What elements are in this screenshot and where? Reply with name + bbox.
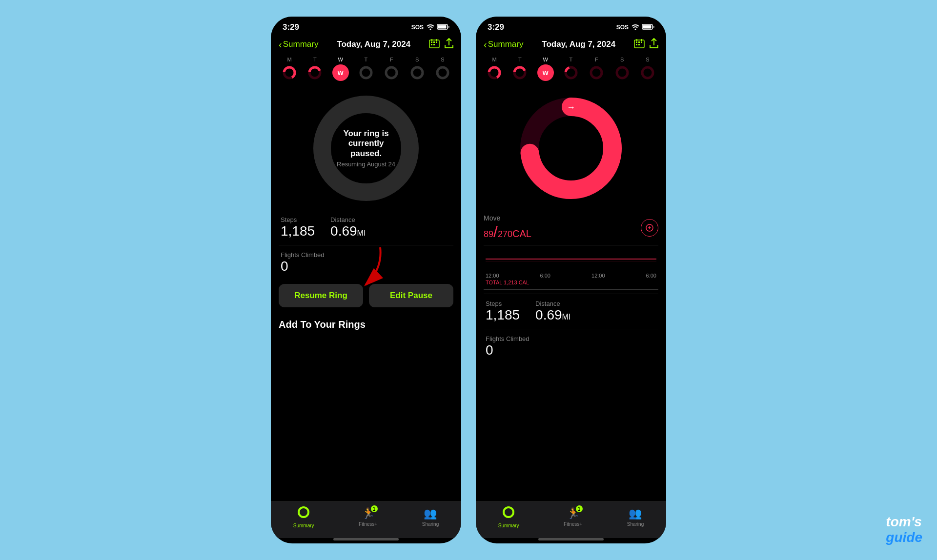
- header-icons-left: [429, 38, 453, 51]
- wifi-icon-right: [631, 24, 639, 31]
- svg-rect-8: [431, 44, 432, 45]
- day-item-t1-left: T: [306, 57, 323, 81]
- share-icon-right[interactable]: [650, 38, 658, 51]
- svg-rect-9: [433, 44, 435, 45]
- tab-sharing-icon-right: 👥: [629, 507, 642, 520]
- flights-label-left: Flights Climbed: [281, 251, 451, 259]
- move-stats-right: Move 89/270CAL: [484, 210, 658, 241]
- stats-section-right: Steps 1,185 Distance 0.69MI: [484, 294, 658, 325]
- status-bar-right: 3:29 SOS: [476, 17, 666, 36]
- day-item-s1-right: S: [614, 57, 631, 81]
- svg-point-0: [430, 28, 431, 30]
- distance-stat-right: Distance 0.69MI: [535, 300, 570, 323]
- svg-point-41: [591, 67, 602, 78]
- tab-sharing-right[interactable]: 👥 Sharing: [627, 507, 644, 527]
- active-ring-container: →: [517, 95, 625, 202]
- move-edit-button[interactable]: [641, 219, 658, 237]
- steps-value-left: 1,185: [281, 223, 315, 239]
- steps-stat-right: Steps 1,185: [486, 300, 520, 323]
- svg-point-43: [642, 67, 653, 78]
- tab-sharing-left[interactable]: 👥 Sharing: [422, 507, 439, 527]
- back-chevron-left: ‹: [279, 39, 282, 50]
- tab-bar-right: Summary 🏃 1 Fitness+ 👥 Sharing: [476, 501, 666, 538]
- header-right: ‹ Summary Today, Aug 7, 2024: [476, 36, 666, 55]
- svg-rect-6: [433, 41, 435, 43]
- day-item-s2-left: S: [434, 57, 451, 81]
- stats-section-left: Steps 1,185 Distance 0.69MI: [279, 210, 453, 241]
- tab-fitness-label-right: Fitness+: [564, 521, 582, 527]
- svg-point-19: [437, 67, 448, 78]
- tab-summary-icon-left: [297, 506, 310, 521]
- svg-rect-28: [636, 41, 637, 43]
- ring-arrow-indicator: →: [563, 100, 579, 115]
- paused-sub-text: Resuming August 24: [332, 160, 400, 168]
- svg-rect-7: [436, 41, 437, 43]
- sos-left: SOS: [411, 24, 424, 31]
- action-buttons-left: Resume Ring Edit Pause: [279, 284, 453, 307]
- calendar-icon-left[interactable]: [429, 39, 440, 50]
- flights-section-right: Flights Climbed 0: [484, 329, 658, 366]
- header-icons-right: [634, 38, 658, 51]
- tab-summary-icon-right: [502, 506, 515, 521]
- tab-sharing-icon-left: 👥: [424, 507, 437, 520]
- flights-section-left: Flights Climbed 0: [279, 245, 453, 282]
- svg-rect-31: [636, 44, 637, 45]
- day-item-m-right: M: [486, 57, 503, 81]
- move-label-right: Move: [484, 214, 531, 222]
- distance-stat-left: Distance 0.69MI: [330, 216, 366, 239]
- time-left: 3:29: [283, 22, 299, 32]
- svg-point-18: [412, 67, 423, 78]
- calendar-icon-right[interactable]: [634, 39, 645, 50]
- back-label-right: Summary: [488, 40, 524, 49]
- paused-ring: Your ring is currently paused. Resuming …: [312, 95, 420, 202]
- share-icon-left[interactable]: [445, 38, 453, 51]
- header-left: ‹ Summary Today, Aug 7, 2024: [271, 36, 461, 55]
- flights-value-left: 0: [281, 259, 451, 274]
- day-item-s2-right: S: [639, 57, 656, 81]
- day-item-s1-left: S: [409, 57, 426, 81]
- edit-pause-button[interactable]: Edit Pause: [369, 284, 453, 307]
- sos-right: SOS: [616, 24, 629, 31]
- day-item-t2-left: T: [358, 57, 374, 81]
- tab-summary-left[interactable]: Summary: [293, 506, 314, 528]
- svg-point-17: [386, 67, 397, 78]
- tab-fitness-right[interactable]: 🏃 1 Fitness+: [564, 507, 582, 527]
- day-item-t1-right: T: [511, 57, 528, 81]
- move-row-right: Move 89/270CAL: [484, 214, 658, 241]
- steps-stat-left: Steps 1,185: [281, 216, 315, 239]
- status-icons-left: SOS: [411, 24, 449, 31]
- screenshots-container: 3:29 SOS: [271, 17, 666, 543]
- back-button-right[interactable]: ‹ Summary: [484, 39, 523, 50]
- svg-rect-2: [438, 25, 447, 28]
- tab-summary-right[interactable]: Summary: [498, 506, 519, 528]
- svg-point-22: [299, 507, 308, 517]
- battery-icon-right: [642, 24, 654, 31]
- paused-main-text: Your ring is currently paused.: [332, 129, 400, 159]
- steps-label-right: Steps: [486, 300, 520, 307]
- back-chevron-right: ‹: [484, 39, 487, 50]
- back-button-left[interactable]: ‹ Summary: [279, 39, 318, 50]
- distance-label-left: Distance: [330, 216, 366, 223]
- chart-total-right: TOTAL 1,213 CAL: [486, 280, 656, 285]
- svg-point-23: [635, 28, 636, 30]
- tab-fitness-left[interactable]: 🏃 1 Fitness+: [359, 507, 377, 527]
- active-day-badge-left: W: [332, 64, 349, 81]
- day-item-f-left: F: [383, 57, 400, 81]
- main-content-left: Your ring is currently paused. Resuming …: [271, 85, 461, 501]
- day-item-w-left[interactable]: W W: [332, 57, 349, 81]
- active-day-badge-right: W: [537, 64, 554, 81]
- svg-rect-32: [638, 44, 640, 45]
- steps-label-left: Steps: [281, 216, 315, 223]
- tab-bar-left: Summary 🏃 1 Fitness+ 👥 Sharing: [271, 501, 461, 538]
- svg-rect-29: [638, 41, 640, 43]
- tab-sharing-label-right: Sharing: [627, 521, 644, 527]
- header-date-right: Today, Aug 7, 2024: [542, 40, 615, 49]
- buttons-container-left: Resume Ring Edit Pause: [279, 284, 453, 307]
- tab-summary-label-right: Summary: [498, 523, 519, 528]
- flights-label-right: Flights Climbed: [486, 335, 656, 342]
- week-bar-right: M T W: [476, 55, 666, 85]
- ring-visual-right: →: [484, 85, 658, 210]
- resume-ring-button[interactable]: Resume Ring: [279, 284, 363, 307]
- tab-fitness-badge-right: 1: [576, 505, 583, 512]
- day-item-w-right[interactable]: W W: [537, 57, 554, 81]
